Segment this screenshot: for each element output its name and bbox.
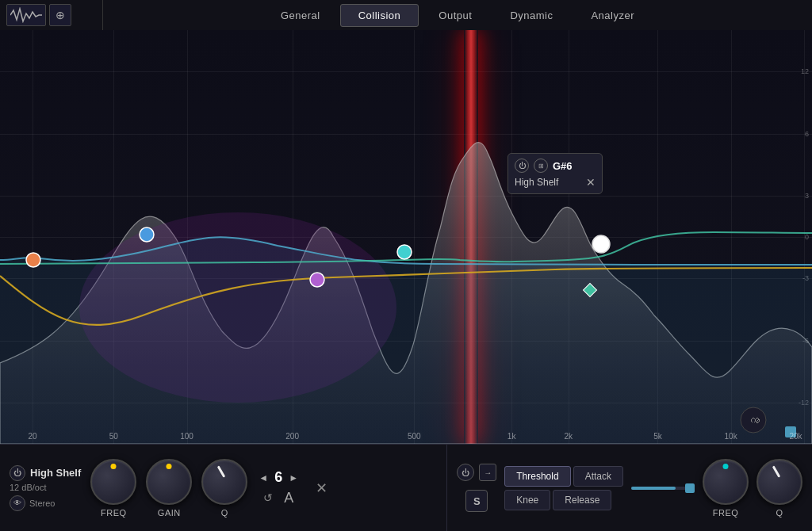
nav-tabs: General Collision Output Dynamic Analyze… xyxy=(103,4,812,27)
band-number-display: 6 xyxy=(274,469,282,486)
dynamic-slider[interactable] xyxy=(631,487,695,490)
svg-point-5 xyxy=(592,235,610,253)
dynamic-controls: ⏻ → S xyxy=(457,464,496,512)
tooltip-type-row: High Shelf ✕ xyxy=(515,176,596,189)
band-stereo-label: Stereo xyxy=(29,499,55,508)
band-reset-btn[interactable]: ↺ xyxy=(259,489,277,506)
band-prev-btn[interactable]: ◄ xyxy=(257,472,270,484)
tab-general[interactable]: General xyxy=(262,4,339,27)
tooltip-type: High Shelf xyxy=(515,177,558,188)
right-freq-knob-label: FREQ xyxy=(713,508,739,518)
tooltip-close-btn[interactable]: ✕ xyxy=(586,176,596,189)
right-q-knob-indicator xyxy=(772,465,781,477)
tab-output[interactable]: Output xyxy=(420,4,490,27)
dyn-power-btn[interactable]: ⏻ xyxy=(457,464,474,481)
left-panel: ⏻ High Shelf 12 dB/oct 👁 Stereo FREQ GAI… xyxy=(0,445,447,531)
tab-collision[interactable]: Collision xyxy=(340,4,419,27)
svg-point-4 xyxy=(397,245,412,259)
gain-knob-indicator xyxy=(167,464,172,469)
freq-knob[interactable] xyxy=(90,459,136,505)
freq-label-1k: 1k xyxy=(508,432,516,441)
top-navigation: ⊕ General Collision Output Dynamic Analy… xyxy=(0,0,812,30)
eq-curves-svg: ꩠ xyxy=(0,30,812,444)
freq-knob-container: FREQ xyxy=(90,459,136,518)
q-knob-label: Q xyxy=(221,508,228,518)
mono-icon[interactable]: 👁 xyxy=(10,495,25,511)
gain-knob[interactable] xyxy=(146,459,192,505)
band-name-label: High Shelf xyxy=(30,467,81,479)
attack-tab[interactable]: Attack xyxy=(573,466,623,487)
band-info: ⏻ High Shelf 12 dB/oct 👁 Stereo xyxy=(10,465,81,511)
logo-icon: ⊕ xyxy=(49,4,71,26)
q-knob[interactable] xyxy=(201,459,247,505)
freq-label-200: 200 xyxy=(285,432,299,441)
band-nav: ◄ 6 ► xyxy=(257,469,300,486)
gain-knob-label: GAIN xyxy=(158,508,181,518)
tooltip-note: G#6 xyxy=(553,160,596,172)
freq-knob-label: FREQ xyxy=(101,508,127,518)
right-q-knob-label: Q xyxy=(776,508,783,518)
q-knob-indicator xyxy=(217,465,226,477)
gain-knob-container: GAIN xyxy=(146,459,192,518)
tooltip-header: ⏻ ⊞ G#6 xyxy=(515,159,596,173)
close-band-btn[interactable]: ✕ xyxy=(312,479,330,497)
freq-label-100: 100 xyxy=(180,432,193,441)
slider-thumb[interactable] xyxy=(685,483,695,493)
band-next-btn[interactable]: ► xyxy=(287,472,300,484)
freq-label-500: 500 xyxy=(408,432,421,441)
slider-fill xyxy=(631,487,676,490)
freq-label-20: 20 xyxy=(28,432,36,441)
freq-label-20k: 20k xyxy=(789,432,802,441)
logo-area: ⊕ xyxy=(0,0,103,30)
dyn-tab-row-1: Threshold Attack xyxy=(504,466,623,487)
release-tab[interactable]: Release xyxy=(553,490,611,510)
freq-label-row: 20 50 100 200 500 1k 2k 5k 10k 20k xyxy=(0,426,812,444)
band-icon-row: ↺ A xyxy=(259,489,297,506)
freq-knob-indicator xyxy=(111,464,117,469)
tab-dynamic[interactable]: Dynamic xyxy=(492,4,571,27)
s-button[interactable]: S xyxy=(465,490,488,512)
svg-point-2 xyxy=(140,227,154,242)
eq-display: 12 6 3 0 -3 -6 -12 xyxy=(0,30,812,444)
freq-label-50: 50 xyxy=(109,432,118,441)
freq-label-10k: 10k xyxy=(725,432,737,441)
dyn-arrow-btn[interactable]: → xyxy=(479,464,496,481)
freq-label-2k: 2k xyxy=(565,432,573,441)
band-tooltip: ⏻ ⊞ G#6 High Shelf ✕ xyxy=(508,153,603,194)
dyn-tab-row-2: Knee Release xyxy=(504,490,623,510)
band-power-btn[interactable]: ⏻ xyxy=(10,465,25,481)
dyn-tabs: Threshold Attack Knee Release xyxy=(504,466,623,510)
tooltip-power-btn[interactable]: ⏻ xyxy=(515,159,529,173)
right-freq-knob-container: FREQ xyxy=(703,459,749,518)
threshold-tab[interactable]: Threshold xyxy=(504,466,570,487)
band-selector: ◄ 6 ► ↺ A xyxy=(257,469,300,506)
right-freq-knob-indicator xyxy=(723,464,729,469)
svg-point-1 xyxy=(26,253,40,267)
band-power-row: ⏻ High Shelf xyxy=(10,465,81,481)
right-panel: ⏻ → S Threshold Attack Knee Release xyxy=(447,445,812,531)
svg-point-3 xyxy=(310,273,324,287)
svg-text:ꩠ: ꩠ xyxy=(747,414,760,427)
waveform-logo xyxy=(6,4,46,26)
tooltip-eq-icon[interactable]: ⊞ xyxy=(534,159,548,173)
q-knob-container: Q xyxy=(201,459,247,518)
knee-tab[interactable]: Knee xyxy=(504,490,550,510)
band-detail-label: 12 dB/oct xyxy=(10,483,81,492)
right-freq-knob[interactable] xyxy=(703,459,749,505)
tab-analyzer[interactable]: Analyzer xyxy=(573,4,653,27)
bottom-controls: ⏻ High Shelf 12 dB/oct 👁 Stereo FREQ GAI… xyxy=(0,444,812,531)
band-auto-btn[interactable]: A xyxy=(280,489,297,506)
dyn-power-row: ⏻ → xyxy=(457,464,496,481)
dynamic-slider-container xyxy=(631,487,695,490)
freq-label-5k: 5k xyxy=(653,432,662,441)
right-q-knob-container: Q xyxy=(756,459,802,518)
right-q-knob[interactable] xyxy=(756,459,802,505)
